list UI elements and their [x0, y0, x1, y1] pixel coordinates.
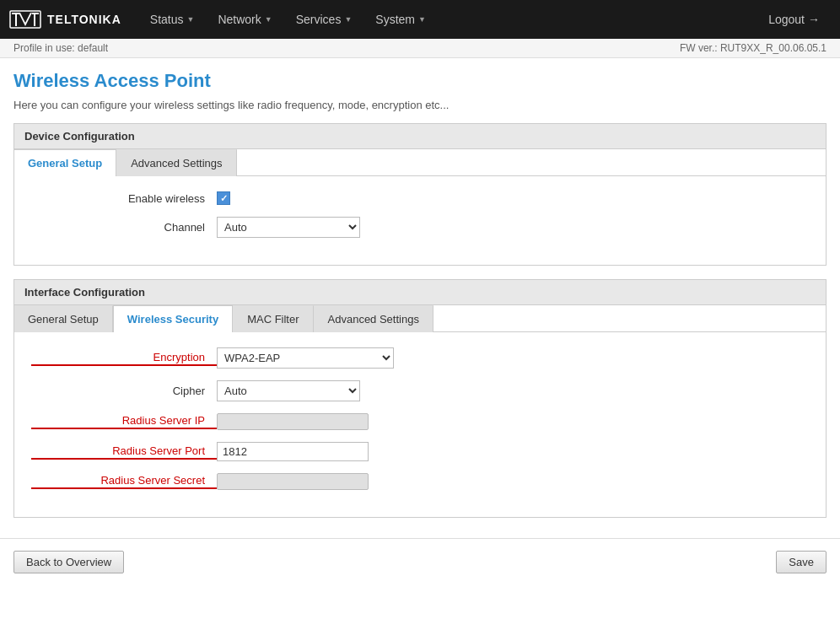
- brand-name: TELTONIKA: [47, 13, 121, 26]
- device-config-body: General Setup Advanced Settings Enable w…: [13, 149, 827, 266]
- channel-select[interactable]: Auto 1234 5678 91011: [217, 217, 360, 238]
- radius-ip-row: Radius Server IP: [31, 413, 809, 430]
- interface-config-header: Interface Configuration: [13, 279, 827, 305]
- radius-secret-input[interactable]: [217, 473, 369, 490]
- cipher-label: Cipher: [31, 385, 217, 397]
- page-title: Wireless Access Point: [13, 70, 827, 92]
- radius-port-input[interactable]: [217, 442, 369, 461]
- nav-services[interactable]: Services ▼: [284, 1, 364, 38]
- device-config-form: Enable wireless Channel Auto 1234 5678 9…: [14, 176, 826, 265]
- interface-config-body: General Setup Wireless Security MAC Filt…: [13, 305, 827, 518]
- nav-system[interactable]: System ▼: [363, 1, 438, 38]
- nav-status[interactable]: Status ▼: [138, 1, 207, 38]
- interface-config-section: Interface Configuration General Setup Wi…: [13, 279, 827, 518]
- logo[interactable]: TELTONIKA: [8, 6, 121, 33]
- channel-label: Channel: [31, 221, 217, 234]
- device-config-section: Device Configuration General Setup Advan…: [13, 123, 827, 266]
- logout-button[interactable]: Logout →: [757, 1, 832, 38]
- radius-secret-label: Radius Server Secret: [31, 474, 217, 489]
- nav-menu: Status ▼ Network ▼ Services ▼ System ▼: [138, 1, 757, 38]
- main-content: Wireless Access Point Here you can confi…: [0, 58, 840, 530]
- radius-port-row: Radius Server Port: [31, 442, 809, 461]
- interface-config-tabs: General Setup Wireless Security MAC Filt…: [14, 305, 826, 332]
- firmware-info: FW ver.: RUT9XX_R_00.06.05.1: [680, 42, 827, 54]
- enable-wireless-checkbox[interactable]: [217, 191, 230, 205]
- cipher-select[interactable]: Auto TKIP CCMP TKIP+CCMP: [217, 380, 360, 401]
- page-description: Here you can configure your wireless set…: [13, 99, 827, 111]
- nav-network[interactable]: Network ▼: [206, 1, 283, 38]
- channel-row: Channel Auto 1234 5678 91011: [31, 217, 809, 238]
- encryption-label: Encryption: [31, 351, 217, 366]
- tab-general-setup-device[interactable]: General Setup: [14, 149, 116, 176]
- encryption-select[interactable]: None WPA-PSK WPA2-PSK WPA-EAP WPA2-EAP: [217, 347, 394, 369]
- tab-mac-filter[interactable]: MAC Filter: [233, 305, 313, 332]
- radius-secret-row: Radius Server Secret: [31, 473, 809, 490]
- enable-wireless-row: Enable wireless: [31, 191, 809, 205]
- system-dropdown-arrow: ▼: [418, 15, 426, 24]
- back-to-overview-button[interactable]: Back to Overview: [13, 551, 124, 573]
- sub-header: Profile in use: default FW ver.: RUT9XX_…: [0, 39, 840, 58]
- page-footer: Back to Overview Save: [0, 538, 840, 585]
- network-dropdown-arrow: ▼: [265, 15, 272, 24]
- services-dropdown-arrow: ▼: [344, 15, 352, 24]
- logout-icon: →: [808, 13, 820, 26]
- profile-info: Profile in use: default: [13, 42, 108, 54]
- enable-wireless-label: Enable wireless: [31, 192, 217, 205]
- device-config-tabs: General Setup Advanced Settings: [14, 149, 826, 176]
- svg-rect-0: [8, 6, 42, 33]
- device-config-header: Device Configuration: [13, 123, 827, 149]
- tab-general-setup-interface[interactable]: General Setup: [14, 305, 113, 332]
- encryption-row: Encryption None WPA-PSK WPA2-PSK WPA-EAP…: [31, 347, 809, 369]
- interface-config-form: Encryption None WPA-PSK WPA2-PSK WPA-EAP…: [14, 332, 826, 517]
- top-navigation: TELTONIKA Status ▼ Network ▼ Services ▼ …: [0, 0, 840, 39]
- status-dropdown-arrow: ▼: [187, 15, 195, 24]
- radius-ip-input[interactable]: [217, 413, 369, 430]
- tab-wireless-security[interactable]: Wireless Security: [113, 305, 233, 332]
- save-button[interactable]: Save: [776, 551, 827, 573]
- radius-port-label: Radius Server Port: [31, 444, 217, 460]
- radius-ip-label: Radius Server IP: [31, 414, 217, 429]
- tab-advanced-settings-device[interactable]: Advanced Settings: [116, 149, 236, 176]
- tab-advanced-settings-interface[interactable]: Advanced Settings: [314, 305, 433, 332]
- cipher-row: Cipher Auto TKIP CCMP TKIP+CCMP: [31, 380, 809, 401]
